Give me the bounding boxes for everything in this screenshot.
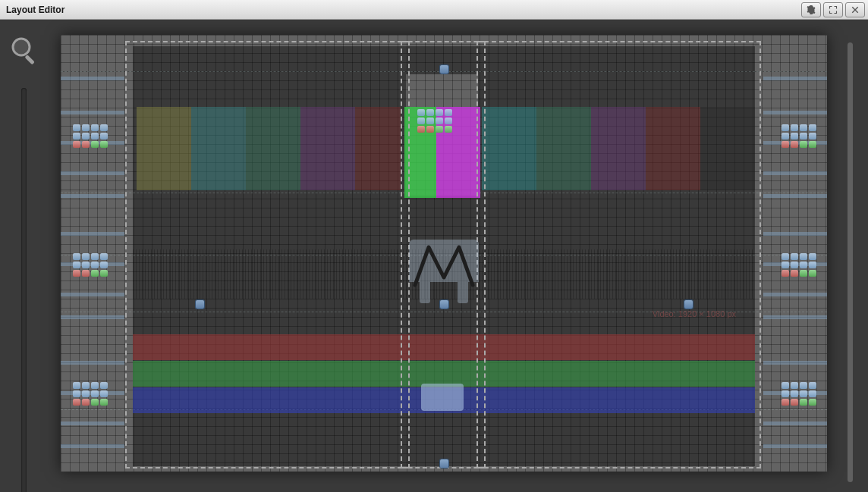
edge-port-row xyxy=(763,293,827,296)
magnifier-tool[interactable] xyxy=(9,35,39,65)
drag-handle[interactable] xyxy=(196,300,204,309)
edge-port-row xyxy=(61,171,124,175)
edge-port-row xyxy=(61,194,124,198)
edge-port-row xyxy=(61,293,124,296)
svg-rect-1 xyxy=(24,55,34,64)
edge-port-row xyxy=(61,444,124,448)
io-node-cluster[interactable] xyxy=(782,253,816,284)
display-frame-left[interactable] xyxy=(125,41,410,468)
center-mini-widget[interactable] xyxy=(421,384,464,411)
right-scrollbar[interactable] xyxy=(848,42,853,482)
center-logo-widget[interactable] xyxy=(398,240,489,312)
layout-canvas[interactable]: Video: 1920 × 1080 px xyxy=(61,35,827,472)
canvas-size-readout: Video: 1920 × 1080 px xyxy=(653,309,736,318)
edge-port-row xyxy=(61,315,124,319)
drag-handle[interactable] xyxy=(684,300,693,309)
edge-port-row xyxy=(763,77,827,80)
edge-port-row xyxy=(61,361,124,365)
search-icon xyxy=(9,35,39,65)
close-icon xyxy=(851,5,860,14)
svg-point-0 xyxy=(13,39,30,55)
settings-button[interactable] xyxy=(801,2,821,17)
io-node-cluster[interactable] xyxy=(417,109,452,139)
io-node-cluster[interactable] xyxy=(73,253,108,284)
edge-port-row xyxy=(763,111,827,114)
edge-port-row xyxy=(763,315,827,319)
io-node-cluster[interactable] xyxy=(73,382,108,412)
titlebar-buttons xyxy=(801,2,865,17)
fullscreen-button[interactable] xyxy=(823,2,843,17)
drag-handle[interactable] xyxy=(440,459,448,468)
io-node-cluster[interactable] xyxy=(782,124,816,155)
edge-port-row xyxy=(763,421,827,425)
drag-handle[interactable] xyxy=(440,65,448,74)
edge-port-row xyxy=(763,194,827,198)
edge-port-row xyxy=(763,361,827,365)
window-title: Layout Editor xyxy=(3,5,64,15)
edge-port-row xyxy=(61,111,124,114)
window-root: Layout Editor xyxy=(0,0,868,492)
edge-port-row xyxy=(763,171,827,175)
close-button[interactable] xyxy=(845,2,865,17)
titlebar[interactable]: Layout Editor xyxy=(0,0,868,20)
io-node-cluster[interactable] xyxy=(73,124,108,155)
edge-port-row xyxy=(61,77,124,80)
edge-port-row xyxy=(763,232,827,236)
edge-port-row xyxy=(61,421,124,425)
edge-port-row xyxy=(763,444,827,448)
left-scrollbar[interactable] xyxy=(21,88,27,492)
gear-icon xyxy=(807,5,816,14)
edge-port-row xyxy=(61,232,124,236)
editor-content: Video: 1920 × 1080 px xyxy=(0,20,868,492)
expand-icon xyxy=(829,5,838,14)
display-frame-right[interactable] xyxy=(476,41,761,468)
io-node-cluster[interactable] xyxy=(782,382,816,412)
